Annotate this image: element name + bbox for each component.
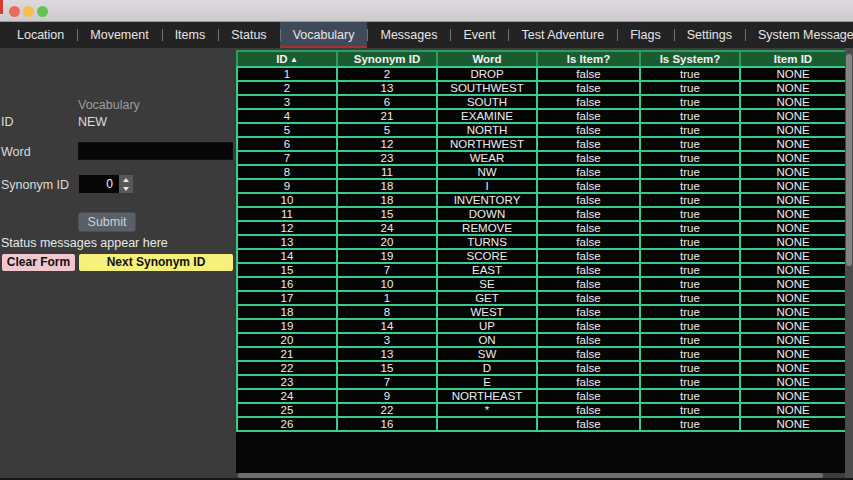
- table-cell: NORTHEAST: [437, 389, 537, 403]
- table-row[interactable]: 723WEARfalsetrueNONE: [237, 151, 845, 165]
- table-row[interactable]: 188WESTfalsetrueNONE: [237, 305, 845, 319]
- table-cell: true: [640, 347, 740, 361]
- table-row[interactable]: 36SOUTHfalsetrueNONE: [237, 95, 845, 109]
- table-row[interactable]: 1224REMOVEfalsetrueNONE: [237, 221, 845, 235]
- table-cell: true: [640, 375, 740, 389]
- table-cell: false: [537, 207, 640, 221]
- table-row[interactable]: 1914UPfalsetrueNONE: [237, 319, 845, 333]
- table-cell: INVENTORY: [437, 193, 537, 207]
- table-cell: 16: [237, 277, 337, 291]
- table-cell: NONE: [740, 193, 845, 207]
- zoom-button[interactable]: [37, 6, 48, 17]
- table-row[interactable]: 12DROPfalsetrueNONE: [237, 67, 845, 81]
- table-row-partial[interactable]: 2616falsetrueNONE: [237, 417, 845, 431]
- column-header-synonym-id[interactable]: Synonym ID: [337, 51, 437, 67]
- table-row[interactable]: 55NORTHfalsetrueNONE: [237, 123, 845, 137]
- minimize-button[interactable]: [23, 6, 34, 17]
- table-row[interactable]: 2522*falsetrueNONE: [237, 403, 845, 417]
- table-cell: 4: [237, 109, 337, 123]
- tab-test-adventure[interactable]: Test Adventure: [508, 22, 617, 48]
- table-row[interactable]: 1115DOWNfalsetrueNONE: [237, 207, 845, 221]
- stepper-down-icon[interactable]: [119, 184, 133, 193]
- table-cell: NONE: [740, 389, 845, 403]
- table-row[interactable]: 213SOUTHWESTfalsetrueNONE: [237, 81, 845, 95]
- stepper-up-icon[interactable]: [119, 175, 133, 184]
- table-cell: 18: [337, 179, 437, 193]
- table-row[interactable]: 1320TURNSfalsetrueNONE: [237, 235, 845, 249]
- table-row[interactable]: 2215DfalsetrueNONE: [237, 361, 845, 375]
- table-cell: true: [640, 179, 740, 193]
- table-row[interactable]: 811NWfalsetrueNONE: [237, 165, 845, 179]
- table-cell: 15: [337, 207, 437, 221]
- table-cell: false: [537, 235, 640, 249]
- column-header-is-item[interactable]: Is Item?: [537, 51, 640, 67]
- table-row[interactable]: 203ONfalsetrueNONE: [237, 333, 845, 347]
- tab-status[interactable]: Status: [218, 22, 279, 48]
- synonym-id-stepper: 0: [79, 175, 133, 193]
- word-input[interactable]: [78, 142, 233, 160]
- column-header-id[interactable]: ID ▲: [237, 51, 337, 67]
- table-cell: UP: [437, 319, 537, 333]
- table-cell: 19: [237, 319, 337, 333]
- table-cell: SCORE: [437, 249, 537, 263]
- table-cell: 2: [337, 67, 437, 81]
- table-row[interactable]: 237EfalsetrueNONE: [237, 375, 845, 389]
- table-cell: 9: [237, 179, 337, 193]
- submit-button[interactable]: Submit: [78, 212, 136, 232]
- table-cell: NONE: [740, 81, 845, 95]
- table-row[interactable]: 421EXAMINEfalsetrueNONE: [237, 109, 845, 123]
- tab-flags[interactable]: Flags: [617, 22, 674, 48]
- table-row[interactable]: 249NORTHEASTfalsetrueNONE: [237, 389, 845, 403]
- table-cell: NONE: [740, 123, 845, 137]
- table-row[interactable]: 171GETfalsetrueNONE: [237, 291, 845, 305]
- id-value: NEW: [78, 115, 107, 129]
- app-window: LocationMovementItemsStatusVocabularyMes…: [0, 0, 853, 480]
- table-row[interactable]: 612NORTHWESTfalsetrueNONE: [237, 137, 845, 151]
- table-cell: 22: [337, 403, 437, 417]
- tab-system-messages[interactable]: System Messages: [745, 22, 853, 48]
- column-header-is-system[interactable]: Is System?: [640, 51, 740, 67]
- table-cell: NONE: [740, 221, 845, 235]
- next-synonym-id-button[interactable]: Next Synonym ID: [79, 254, 233, 271]
- table-cell: NONE: [740, 137, 845, 151]
- tab-vocabulary[interactable]: Vocabulary: [280, 22, 368, 48]
- table-row[interactable]: 918IfalsetrueNONE: [237, 179, 845, 193]
- vertical-scrollbar-thumb[interactable]: [846, 54, 852, 266]
- status-message: Status messages appear here: [1, 236, 168, 250]
- table-header-row: ID ▲Synonym IDWordIs Item?Is System?Item…: [237, 51, 845, 67]
- tab-settings[interactable]: Settings: [674, 22, 745, 48]
- table-cell: true: [640, 95, 740, 109]
- table-cell: NONE: [740, 319, 845, 333]
- title-bar[interactable]: [0, 0, 853, 22]
- column-header-word[interactable]: Word: [437, 51, 537, 67]
- table-row[interactable]: 2113SWfalsetrueNONE: [237, 347, 845, 361]
- table-row[interactable]: 157EASTfalsetrueNONE: [237, 263, 845, 277]
- tab-location[interactable]: Location: [4, 22, 77, 48]
- tab-messages[interactable]: Messages: [367, 22, 450, 48]
- table-row[interactable]: 1610SEfalsetrueNONE: [237, 277, 845, 291]
- close-button[interactable]: [9, 6, 20, 17]
- vertical-scrollbar[interactable]: [845, 48, 853, 480]
- table-cell: false: [537, 137, 640, 151]
- table-row[interactable]: 1018INVENTORYfalsetrueNONE: [237, 193, 845, 207]
- table-row[interactable]: 1419SCOREfalsetrueNONE: [237, 249, 845, 263]
- table-cell: false: [537, 179, 640, 193]
- table-cell: false: [537, 109, 640, 123]
- word-label: Word: [1, 145, 31, 159]
- table-cell: 10: [237, 193, 337, 207]
- tab-event[interactable]: Event: [450, 22, 508, 48]
- synonym-id-value[interactable]: 0: [79, 175, 119, 193]
- tab-movement[interactable]: Movement: [77, 22, 161, 48]
- clear-form-button[interactable]: Clear Form: [2, 254, 75, 271]
- window-edge-artifact: [0, 0, 3, 14]
- table-cell: true: [640, 67, 740, 81]
- table-cell: true: [640, 193, 740, 207]
- table-cell: E: [437, 375, 537, 389]
- column-header-item-id[interactable]: Item ID: [740, 51, 845, 67]
- table-cell: true: [640, 151, 740, 165]
- table-cell: 5: [237, 123, 337, 137]
- table-cell: 24: [337, 221, 437, 235]
- tab-items[interactable]: Items: [162, 22, 219, 48]
- table-cell: true: [640, 277, 740, 291]
- table-cell: 2: [237, 81, 337, 95]
